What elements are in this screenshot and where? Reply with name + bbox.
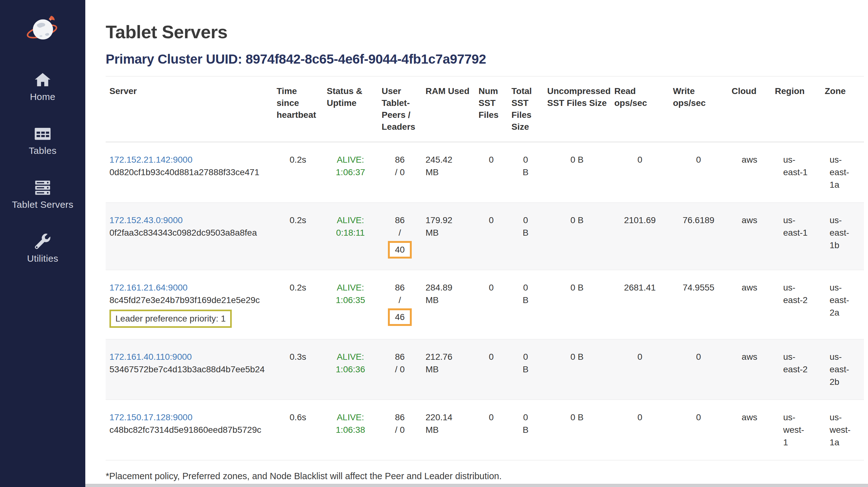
cell-region: us-east-2 [771, 339, 821, 400]
server-uuid: 8c45fd27e3e24b7b93f169de21e5e29c [110, 294, 269, 306]
cell-write-ops: 74.9555 [669, 270, 728, 339]
cell-tablet-peers: 86/ 0 [378, 339, 422, 400]
peer-leader-separator: / [382, 294, 418, 306]
col-header-server: Server [106, 76, 273, 142]
ram-used-value: 179.92 MB [426, 214, 458, 239]
sidebar-item-home[interactable]: Home [30, 71, 55, 102]
uptime-value: 1:06:38 [327, 424, 374, 436]
server-address-link[interactable]: 172.161.40.110:9000 [110, 351, 269, 363]
server-uuid: 0d820cf1b93c40d881a27888f33ce471 [110, 166, 269, 178]
sidebar-item-utilities[interactable]: Utilities [27, 233, 58, 264]
zone-value: us-east-1b [830, 214, 856, 252]
cell-write-ops: 0 [669, 142, 728, 203]
total-sst-size-value: 0 B [521, 154, 531, 178]
cell-status-uptime: ALIVE:1:06:35 [323, 270, 378, 339]
cell-heartbeat: 0.6s [273, 400, 323, 460]
table-row: 172.161.21.64:90008c45fd27e3e24b7b93f169… [106, 270, 864, 339]
cell-ram: 284.89 MB [422, 270, 475, 339]
cell-ram: 220.14 MB [422, 400, 475, 460]
cell-uncompressed-sst-size: 0 B [544, 142, 611, 203]
col-header-num-sst: Num SST Files [475, 76, 508, 142]
cell-zone: us-east-2b [821, 339, 864, 400]
server-address-link[interactable]: 172.161.21.64:9000 [110, 282, 269, 294]
cell-read-ops: 0 [611, 339, 669, 400]
zone-value: us-east-2a [830, 282, 856, 319]
cell-cloud: aws [728, 400, 771, 460]
col-header-status-uptime: Status & Uptime [323, 76, 378, 142]
cell-heartbeat: 0.2s [273, 270, 323, 339]
server-uuid: 0f2faa3c834343c0982dc9503a8a8fea [110, 227, 269, 239]
leader-count-highlight: 40 [388, 241, 411, 259]
placement-footnote: *Placement policy, Preferred zones, and … [106, 470, 864, 482]
cell-read-ops: 2681.41 [611, 270, 669, 339]
peer-leader-separator: / [382, 227, 418, 239]
cell-total-sst-size: 0 B [508, 400, 544, 460]
utilities-wrench-icon [34, 233, 52, 250]
status-alive: ALIVE: [327, 351, 374, 363]
planet-rocket-logo-icon [26, 13, 60, 46]
cell-tablet-peers: 86/46 [378, 270, 422, 339]
horizontal-scrollbar[interactable] [85, 484, 868, 487]
peer-count: 86 [382, 282, 418, 294]
tserver-table-body: 172.152.21.142:90000d820cf1b93c40d881a27… [106, 142, 864, 460]
cell-num-sst-files: 0 [475, 339, 508, 400]
cell-total-sst-size: 0 B [508, 270, 544, 339]
cell-zone: us-east-2a [821, 270, 864, 339]
tablet-servers-table: Server Time since heartbeat Status & Upt… [106, 76, 864, 460]
cell-uncompressed-sst-size: 0 B [544, 400, 611, 460]
cell-total-sst-size: 0 B [508, 203, 544, 270]
cell-uncompressed-sst-size: 0 B [544, 270, 611, 339]
col-header-zone: Zone [821, 76, 864, 142]
col-header-total-sst: Total SST Files Size [508, 76, 544, 142]
col-header-write-ops: Write ops/sec [669, 76, 728, 142]
cell-read-ops: 0 [611, 400, 669, 460]
cell-num-sst-files: 0 [475, 270, 508, 339]
home-icon [34, 71, 52, 88]
sidebar-item-label: Home [30, 92, 55, 102]
server-address-link[interactable]: 172.152.43.0:9000 [110, 214, 269, 227]
cell-zone: us-east-1a [821, 142, 864, 203]
zone-value: us-east-1a [830, 154, 856, 191]
total-sst-size-value: 0 B [521, 351, 531, 376]
sidebar-item-tables[interactable]: Tables [29, 125, 57, 156]
ram-used-value: 245.42 MB [426, 154, 458, 178]
uptime-value: 1:06:35 [327, 294, 374, 306]
zone-value: us-west-1a [830, 411, 856, 449]
cell-cloud: aws [728, 270, 771, 339]
uptime-value: 0:18:11 [327, 227, 374, 239]
ram-used-value: 212.76 MB [426, 351, 458, 376]
cell-uncompressed-sst-size: 0 B [544, 203, 611, 270]
ram-used-value: 220.14 MB [426, 411, 458, 436]
tablet-servers-icon [34, 179, 52, 196]
cell-zone: us-west-1a [821, 400, 864, 460]
cell-status-uptime: ALIVE:1:06:36 [323, 339, 378, 400]
cell-write-ops: 0 [669, 400, 728, 460]
cell-read-ops: 0 [611, 142, 669, 203]
cell-ram: 245.42 MB [422, 142, 475, 203]
cell-region: us-east-2 [771, 270, 821, 339]
cell-num-sst-files: 0 [475, 142, 508, 203]
region-value: us-east-1 [783, 214, 809, 239]
server-address-link[interactable]: 172.150.17.128:9000 [110, 411, 269, 424]
server-address-link[interactable]: 172.152.21.142:9000 [110, 154, 269, 166]
cell-tablet-peers: 86/ 0 [378, 400, 422, 460]
sidebar-item-tablet-servers[interactable]: Tablet Servers [12, 179, 73, 210]
region-value: us-east-2 [783, 282, 809, 306]
cell-server: 172.161.40.110:900053467572be7c4d13b3ac8… [106, 339, 273, 400]
cell-cloud: aws [728, 203, 771, 270]
region-value: us-west-1 [783, 411, 809, 449]
col-header-cloud: Cloud [728, 76, 771, 142]
col-header-heartbeat: Time since heartbeat [273, 76, 323, 142]
cell-read-ops: 2101.69 [611, 203, 669, 270]
cell-server: 172.152.43.0:90000f2faa3c834343c0982dc95… [106, 203, 273, 270]
region-value: us-east-2 [783, 351, 809, 376]
main-content: Tablet Servers Primary Cluster UUID: 897… [85, 0, 868, 487]
cell-region: us-west-1 [771, 400, 821, 460]
app-logo[interactable] [26, 13, 60, 45]
page-title: Tablet Servers [106, 21, 864, 42]
zone-value: us-east-2b [830, 351, 856, 388]
col-header-read-ops: Read ops/sec [611, 76, 669, 142]
total-sst-size-value: 0 B [521, 411, 531, 436]
cell-server: 172.150.17.128:9000c48bc82fc7314d5e91860… [106, 400, 273, 460]
table-row: 172.152.21.142:90000d820cf1b93c40d881a27… [106, 142, 864, 203]
